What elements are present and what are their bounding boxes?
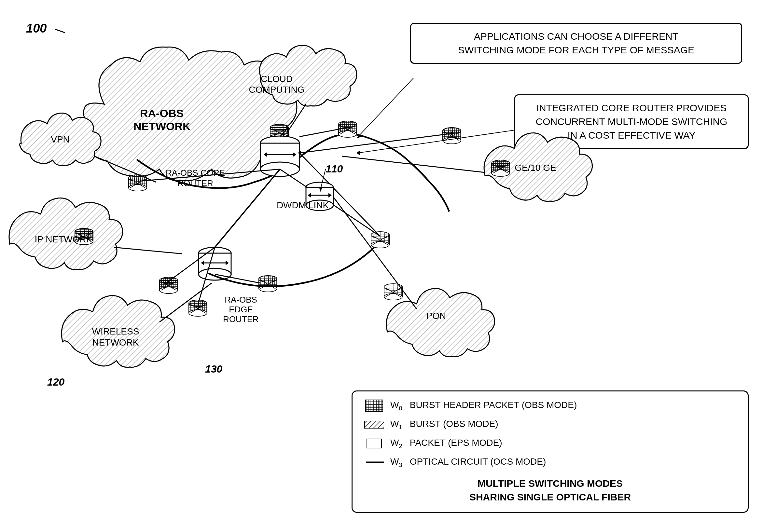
svg-line-9: [342, 156, 485, 172]
svg-point-61: [189, 310, 207, 316]
legend-item-w0: W0 BURST HEADER PACKET (OBS MODE): [364, 399, 736, 412]
ip-network-label: IP NETWORK: [35, 234, 93, 244]
dwdm-label: DWDM LINK: [277, 200, 329, 210]
svg-line-90: [215, 169, 280, 247]
legend-icon-w1: [364, 418, 384, 431]
svg-point-56: [159, 287, 178, 293]
svg-point-41: [491, 170, 510, 176]
legend-icon-w2: [364, 437, 384, 450]
svg-point-21: [339, 131, 357, 137]
core-router-label2: ROUTER: [178, 178, 213, 188]
pon-label: PON: [426, 311, 446, 321]
wireless-label2: NETWORK: [92, 338, 139, 348]
cloud-computing-label1: CLOUD: [261, 74, 293, 84]
edge-router-label3: ROUTER: [223, 314, 259, 324]
wireless-label1: WIRELESS: [92, 326, 139, 337]
num-120: 120: [47, 376, 65, 388]
svg-point-26: [129, 184, 147, 191]
legend-box: W0 BURST HEADER PACKET (OBS MODE) W1 BUR…: [351, 390, 749, 513]
core-router-label1: RA-OBS CORE: [166, 168, 225, 178]
svg-rect-105: [365, 400, 383, 412]
svg-rect-112: [367, 439, 381, 448]
raobs-network-label: RA-OBS: [140, 107, 184, 119]
raobs-network-label2: NETWORK: [133, 120, 191, 132]
legend-title: MULTIPLE SWITCHING MODES SHARING SINGLE …: [364, 477, 736, 504]
svg-line-12: [114, 247, 182, 254]
legend-icon-w3: [364, 456, 384, 469]
cloud-ip-network: [9, 198, 123, 270]
legend-w3-label: W3 OPTICAL CIRCUIT (OCS MODE): [390, 456, 546, 469]
legend-w1-label: W1 BURST (OBS MODE): [390, 419, 498, 431]
ge10ge-label: GE/10 GE: [515, 163, 556, 173]
vpn-label: VPN: [51, 134, 70, 144]
legend-w0-label: W0 BURST HEADER PACKET (OBS MODE): [390, 400, 577, 412]
num-130: 130: [205, 363, 223, 375]
num-110: 110: [326, 163, 343, 175]
legend-w2-label: W2 PACKET (EPS MODE): [390, 438, 502, 450]
cloud-computing-label2: COMPUTING: [249, 85, 304, 95]
svg-marker-102: [356, 151, 360, 155]
svg-line-101: [358, 130, 514, 153]
svg-point-51: [384, 293, 402, 300]
svg-rect-110: [364, 421, 384, 428]
figure-canvas: 100 APPLICATIONS CAN CHOOSE A DIFFERENTS…: [0, 0, 777, 532]
legend-icon-w0: [364, 399, 384, 412]
edge-router-label2: EDGE: [229, 304, 253, 314]
legend-item-w1: W1 BURST (OBS MODE): [364, 418, 736, 431]
edge-router-label1: RA-OBS: [225, 295, 257, 304]
legend-item-w3: W3 OPTICAL CIRCUIT (OCS MODE): [364, 456, 736, 469]
cloud-pon: [386, 289, 494, 357]
legend-item-w2: W2 PACKET (EPS MODE): [364, 437, 736, 450]
svg-line-103: [358, 78, 413, 137]
